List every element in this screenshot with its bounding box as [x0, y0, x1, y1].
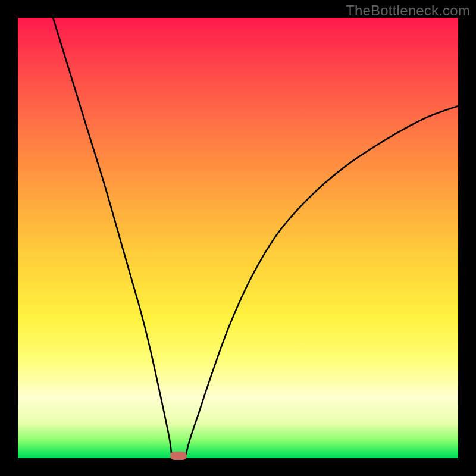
- plot-area: [18, 18, 458, 458]
- right-branch-path: [185, 106, 458, 458]
- curve-layer: [18, 18, 458, 458]
- bottleneck-marker: [170, 452, 187, 460]
- chart-frame: TheBottleneck.com: [0, 0, 476, 476]
- left-branch-path: [53, 18, 172, 458]
- watermark-text: TheBottleneck.com: [346, 2, 470, 19]
